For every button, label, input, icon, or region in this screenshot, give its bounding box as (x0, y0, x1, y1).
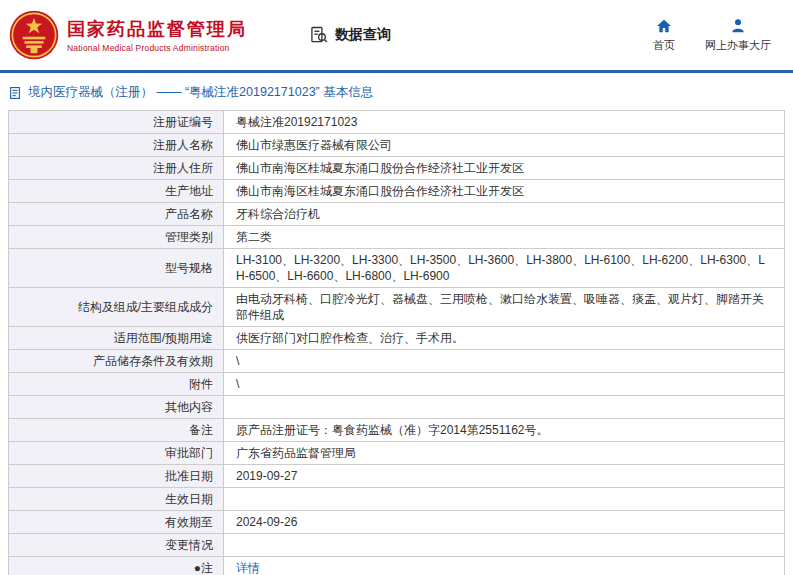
row-label: 注册证编号 (9, 111, 224, 134)
row-label: 适用范围/预期用途 (9, 327, 224, 350)
info-table: 注册证编号粤械注准20192171023注册人名称佛山市绿惠医疗器械有限公司注册… (8, 110, 785, 575)
row-label: 产品储存条件及有效期 (9, 350, 224, 373)
row-value: 佛山市绿惠医疗器械有限公司 (224, 134, 785, 157)
row-label: 生产地址 (9, 180, 224, 203)
table-row: 型号规格LH-3100、LH-3200、LH-3300、LH-3500、LH-3… (9, 249, 785, 288)
row-value (224, 488, 785, 511)
row-value: 原产品注册证号：粤食药监械（准）字2014第2551162号。 (224, 419, 785, 442)
row-label: 管理类别 (9, 226, 224, 249)
top-nav: 首页 网上办事大厅 (653, 18, 777, 53)
row-value: 佛山市南海区桂城夏东涌口股份合作经济社工业开发区 (224, 180, 785, 203)
table-row: 管理类别第二类 (9, 226, 785, 249)
row-value: 牙科综合治疗机 (224, 203, 785, 226)
row-label: 生效日期 (9, 488, 224, 511)
table-row: 附件\ (9, 373, 785, 396)
row-label: 产品名称 (9, 203, 224, 226)
page: 国家药品监督管理局 National Medical Products Admi… (0, 0, 793, 575)
row-label: 附件 (9, 373, 224, 396)
brand-text: 国家药品监督管理局 National Medical Products Admi… (67, 18, 247, 53)
site-logo[interactable]: 国家药品监督管理局 National Medical Products Admi… (8, 9, 247, 61)
table-row: 注册人名称佛山市绿惠医疗器械有限公司 (9, 134, 785, 157)
row-value: 供医疗部门对口腔作检查、治疗、手术用。 (224, 327, 785, 350)
table-row: 产品储存条件及有效期\ (9, 350, 785, 373)
row-value: 2024-09-26 (224, 511, 785, 534)
table-row: 产品名称牙科综合治疗机 (9, 203, 785, 226)
nav-home-label: 首页 (653, 38, 675, 53)
table-row: ●注详情 (9, 557, 785, 575)
row-label: 注册人名称 (9, 134, 224, 157)
table-row: 注册人住所佛山市南海区桂城夏东涌口股份合作经济社工业开发区 (9, 157, 785, 180)
row-label: ●注 (9, 557, 224, 575)
national-emblem-icon (8, 9, 60, 61)
table-row: 注册证编号粤械注准20192171023 (9, 111, 785, 134)
table-row: 变更情况 (9, 534, 785, 557)
nav-service-hall[interactable]: 网上办事大厅 (705, 18, 771, 53)
home-icon (656, 18, 672, 34)
table-row: 结构及组成/主要组成成分由电动牙科椅、口腔冷光灯、器械盘、三用喷枪、漱口给水装置… (9, 288, 785, 327)
detail-link[interactable]: 详情 (236, 561, 260, 575)
table-row: 备注原产品注册证号：粤食药监械（准）字2014第2551162号。 (9, 419, 785, 442)
data-query-icon (309, 25, 329, 45)
row-label: 结构及组成/主要组成成分 (9, 288, 224, 327)
breadcrumb-text: 境内医疗器械（注册） —— “粤械注准20192171023” 基本信息 (28, 84, 373, 101)
row-value: 详情 (224, 557, 785, 575)
row-value: \ (224, 350, 785, 373)
row-value: 广东省药品监督管理局 (224, 442, 785, 465)
row-value: LH-3100、LH-3200、LH-3300、LH-3500、LH-3600、… (224, 249, 785, 288)
row-label: 变更情况 (9, 534, 224, 557)
data-query-label: 数据查询 (335, 26, 391, 44)
row-label: 批准日期 (9, 465, 224, 488)
nav-hall-label: 网上办事大厅 (705, 38, 771, 53)
row-value: 由电动牙科椅、口腔冷光灯、器械盘、三用喷枪、漱口给水装置、吸唾器、痰盂、观片灯、… (224, 288, 785, 327)
document-icon (8, 86, 22, 100)
table-row: 批准日期2019-09-27 (9, 465, 785, 488)
table-row: 有效期至2024-09-26 (9, 511, 785, 534)
table-row: 生产地址佛山市南海区桂城夏东涌口股份合作经济社工业开发区 (9, 180, 785, 203)
row-label: 注册人住所 (9, 157, 224, 180)
row-value: 2019-09-27 (224, 465, 785, 488)
org-name-en: National Medical Products Administration (67, 43, 247, 53)
row-label: 备注 (9, 419, 224, 442)
row-label: 审批部门 (9, 442, 224, 465)
row-label: 有效期至 (9, 511, 224, 534)
info-table-body: 注册证编号粤械注准20192171023注册人名称佛山市绿惠医疗器械有限公司注册… (9, 111, 785, 575)
nav-home[interactable]: 首页 (653, 18, 675, 53)
data-query-title: 数据查询 (309, 25, 391, 45)
table-row: 其他内容 (9, 396, 785, 419)
row-value: \ (224, 373, 785, 396)
person-icon (730, 18, 746, 34)
site-header: 国家药品监督管理局 National Medical Products Admi… (0, 0, 793, 70)
row-label: 型号规格 (9, 249, 224, 288)
table-row: 生效日期 (9, 488, 785, 511)
row-value (224, 534, 785, 557)
table-row: 审批部门广东省药品监督管理局 (9, 442, 785, 465)
row-label: 其他内容 (9, 396, 224, 419)
org-name-cn: 国家药品监督管理局 (67, 18, 247, 40)
row-value: 第二类 (224, 226, 785, 249)
breadcrumb: 境内医疗器械（注册） —— “粤械注准20192171023” 基本信息 (0, 73, 793, 110)
row-value: 佛山市南海区桂城夏东涌口股份合作经济社工业开发区 (224, 157, 785, 180)
row-value: 粤械注准20192171023 (224, 111, 785, 134)
table-row: 适用范围/预期用途供医疗部门对口腔作检查、治疗、手术用。 (9, 327, 785, 350)
row-value (224, 396, 785, 419)
